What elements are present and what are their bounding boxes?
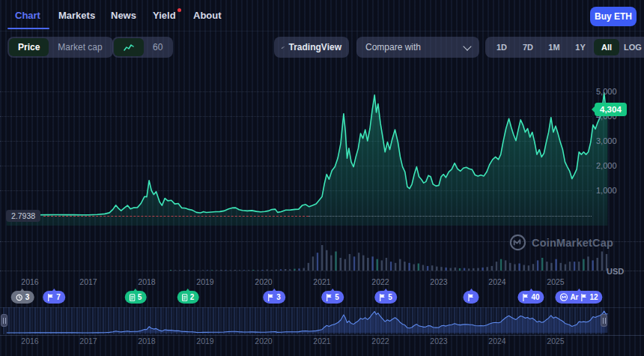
gridline-3000: [0, 141, 592, 142]
tab-about[interactable]: About: [193, 10, 222, 21]
event-count: 40: [531, 293, 539, 301]
buy-eth-button[interactable]: Buy ETH: [590, 7, 637, 26]
event-badge-flag-5[interactable]: 5: [321, 291, 344, 304]
year-label-2020: 2020: [255, 337, 272, 346]
tradingview-label: TradingView: [289, 42, 341, 52]
event-badge-news-2[interactable]: 2: [177, 291, 199, 304]
navigator-right-handle[interactable]: [601, 314, 607, 327]
range-1y-button[interactable]: 1Y: [568, 39, 593, 55]
gridline-5000: [0, 91, 592, 92]
range-all-button[interactable]: All: [594, 39, 619, 55]
year-label-2022: 2022: [371, 277, 389, 286]
year-label-2018: 2018: [138, 277, 155, 286]
event-extra-label: Ar: [570, 293, 578, 301]
tab-yield[interactable]: Yield: [153, 10, 176, 21]
price-marketcap-toggle: Price Market cap: [7, 37, 113, 58]
year-label-2023: 2023: [430, 337, 447, 346]
year-label-2023: 2023: [430, 277, 447, 286]
event-badge-flag-5[interactable]: 5: [374, 291, 397, 304]
event-count: 2: [190, 293, 195, 301]
event-count: 12: [590, 293, 598, 301]
line-chart-icon: [124, 43, 134, 52]
y-tick-5000: 5,000: [596, 87, 632, 96]
year-label-2022: 2022: [371, 337, 389, 346]
year-label-2019: 2019: [196, 337, 213, 346]
year-label-2019: 2019: [196, 277, 213, 286]
event-badge-flag-40[interactable]: 40: [517, 291, 544, 304]
log-scale-button[interactable]: LOG: [620, 39, 644, 55]
tab-chart[interactable]: Chart: [15, 10, 40, 21]
marketcap-toggle-button[interactable]: Market cap: [49, 38, 111, 56]
event-count: 3: [276, 293, 281, 301]
year-label-2024: 2024: [488, 277, 505, 286]
year-label-2016: 2016: [21, 277, 38, 286]
coinmarketcap-mini-logo-icon: [559, 293, 568, 301]
event-count: 7: [56, 293, 61, 301]
flag-icon: [326, 294, 332, 301]
watermark-text: CoinMarketCap: [532, 237, 613, 249]
flag-icon: [267, 294, 274, 301]
flag-icon: [47, 294, 54, 301]
price-toggle-button[interactable]: Price: [9, 38, 49, 56]
start-price-line-dotted: [309, 216, 592, 217]
year-label-2021: 2021: [313, 337, 330, 346]
event-badge-history-3[interactable]: 3: [11, 291, 34, 304]
year-label-2025: 2025: [547, 337, 564, 346]
compare-with-label: Compare with: [365, 42, 421, 52]
gridline-1000: [0, 190, 592, 191]
tradingview-icon: [282, 43, 285, 52]
event-count: 5: [138, 293, 142, 301]
news-article-icon: [130, 294, 136, 301]
tab-markets[interactable]: Markets: [58, 10, 95, 21]
header: Chart Markets News Yield About Buy ETH: [0, 0, 644, 31]
event-badge-flag-3[interactable]: 3: [263, 291, 285, 304]
currency-unit-label: USD: [607, 267, 624, 276]
tradingview-button[interactable]: TradingView: [274, 37, 349, 58]
start-price-line-red: [43, 216, 309, 217]
range-1d-button[interactable]: 1D: [489, 39, 514, 55]
event-badge-flag-7[interactable]: 7: [43, 291, 65, 304]
flag-icon: [581, 294, 588, 301]
flag-icon: [379, 294, 386, 301]
history-icon: [16, 294, 23, 301]
price-chart-plot-area[interactable]: [0, 67, 592, 274]
y-tick-2000: 2,000: [596, 161, 632, 170]
range-7d-button[interactable]: 7D: [515, 39, 541, 55]
chart-type-toggle: 60: [112, 37, 173, 58]
navigator-selected-range[interactable]: [3, 307, 605, 334]
event-count: 3: [25, 293, 30, 301]
current-price-badge: 4,304: [595, 103, 627, 116]
year-label-2017: 2017: [79, 277, 97, 286]
flag-icon: [522, 294, 529, 301]
event-badge-news-5[interactable]: 5: [125, 291, 147, 304]
event-badge-combo-12[interactable]: Ar12: [555, 291, 602, 304]
coinmarketcap-logo-icon: [509, 234, 526, 251]
gridline-2000: [0, 166, 592, 166]
interval-button[interactable]: 60: [144, 38, 171, 56]
y-tick-1000: 1,000: [596, 186, 632, 195]
year-label-2021: 2021: [313, 277, 330, 286]
volume-bar: [601, 252, 603, 271]
event-badge-flag[interactable]: [464, 291, 479, 304]
tab-yield-label: Yield: [153, 10, 176, 21]
news-article-icon: [182, 294, 188, 301]
volume-bar: [592, 260, 593, 271]
start-price-label: 2.7938: [6, 210, 40, 222]
year-label-2025: 2025: [547, 277, 564, 286]
event-count: 5: [388, 293, 392, 301]
navigator-left-handle[interactable]: [1, 314, 7, 327]
active-tab-underline: [7, 28, 49, 29]
tab-news[interactable]: News: [111, 10, 136, 21]
compare-with-dropdown[interactable]: Compare with: [356, 37, 479, 58]
year-label-2016: 2016: [21, 337, 38, 346]
volume-pane-baseline: [0, 271, 644, 271]
flag-icon: [468, 294, 475, 301]
event-count: 5: [335, 293, 339, 301]
year-label-2024: 2024: [488, 337, 505, 346]
volume-bar: [597, 258, 598, 271]
y-tick-3000: 3,000: [596, 136, 632, 145]
line-chart-type-button[interactable]: [114, 38, 144, 56]
range-selector: 1D 7D 1M 1Y All LOG ⋯: [485, 37, 644, 58]
year-label-2018: 2018: [138, 337, 155, 346]
range-1m-button[interactable]: 1M: [541, 39, 567, 55]
